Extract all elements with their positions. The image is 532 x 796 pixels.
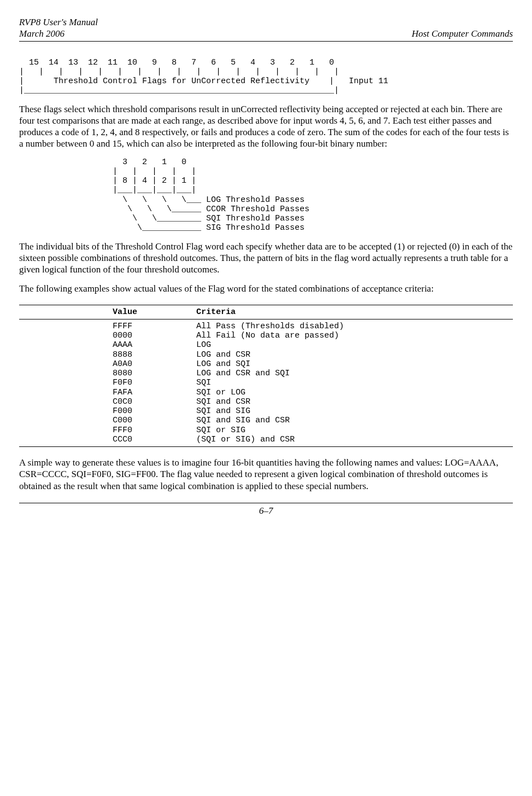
paragraph-generate-values: A simple way to generate these values is…	[19, 457, 513, 492]
manual-date: March 2006	[19, 28, 98, 39]
bitfield-bars-row: | | | | | | | | | | | | | | | | |	[19, 67, 339, 77]
col-header-criteria: Criteria	[196, 307, 236, 317]
col-header-value: Value	[113, 307, 137, 317]
paragraph-examples-intro: The following examples show actual value…	[19, 283, 513, 294]
paragraph-flags-explanation: These flags select which threshold compa…	[19, 103, 513, 150]
diag2-l3: | 8 | 4 | 2 | 1 |	[19, 176, 196, 185]
table-rule-top	[19, 305, 513, 305]
bitfield-bits-row: 15 14 13 12 11 10 9 8 7 6 5 4 3 2 1 0	[19, 58, 344, 67]
bitfield-bottom-row: |_______________________________________…	[19, 86, 339, 95]
diag2-l1: 3 2 1 0	[19, 158, 196, 167]
header-right: Host Computer Commands	[412, 16, 513, 40]
table-body: FFFF All Pass (Thresholds disabled) 0000…	[19, 322, 513, 444]
table-header-row: Value Criteria	[19, 307, 513, 317]
paragraph-bits-accept-reject: The individual bits of the Threshold Con…	[19, 241, 513, 276]
diag2-l4: |___|___|___|___|	[19, 185, 196, 195]
diag2-l5: \ \ \ \___ LOG Threshold Passes	[19, 195, 305, 205]
bitfield-diagram-input11: 15 14 13 12 11 10 9 8 7 6 5 4 3 2 1 0 | …	[19, 58, 513, 96]
page-footer: 6–7	[19, 503, 513, 516]
diag2-l2: | | | | |	[19, 167, 196, 176]
table-rule-mid	[19, 319, 513, 319]
header-left: RVP8 User's Manual March 2006	[19, 16, 98, 40]
threshold-bits-diagram: 3 2 1 0 | | | | | | 8 | 4 | 2 | 1 | |___…	[19, 158, 513, 233]
section-title: Host Computer Commands	[412, 28, 513, 39]
diag2-l7: \ \_________ SQI Threshold Passes	[19, 214, 305, 223]
page-number: 6–7	[259, 506, 273, 516]
value-criteria-table: Value Criteria FFFF All Pass (Thresholds…	[19, 305, 513, 448]
table-rule-bottom	[19, 446, 513, 447]
page-header: RVP8 User's Manual March 2006 Host Compu…	[19, 16, 513, 42]
manual-title: RVP8 User's Manual	[19, 16, 98, 28]
diag2-l8: \____________ SIG Threshold Passes	[19, 223, 305, 233]
bitfield-label-row: | Threshold Control Flags for UnCorrecte…	[19, 77, 388, 86]
diag2-l6: \ \ \______ CCOR Threshold Passes	[19, 205, 309, 214]
